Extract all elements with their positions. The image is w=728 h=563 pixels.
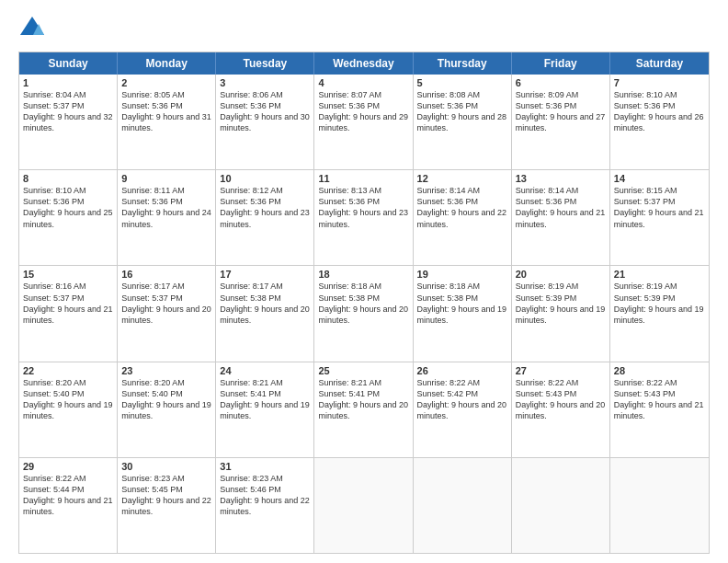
calendar-cell: 1 Sunrise: 8:04 AM Sunset: 5:37 PM Dayli… (19, 75, 118, 169)
calendar-cell (414, 458, 512, 553)
calendar-cell: 12 Sunrise: 8:14 AM Sunset: 5:36 PM Dayl… (414, 170, 512, 265)
calendar-header-cell: Sunday (19, 52, 118, 75)
calendar-cell: 26 Sunrise: 8:22 AM Sunset: 5:42 PM Dayl… (414, 362, 512, 457)
day-number: 18 (318, 269, 408, 280)
day-number: 20 (516, 269, 606, 280)
day-info: Sunrise: 8:22 AM Sunset: 5:43 PM Dayligh… (614, 377, 705, 422)
day-info: Sunrise: 8:22 AM Sunset: 5:43 PM Dayligh… (516, 377, 606, 422)
day-number: 30 (121, 461, 211, 472)
calendar-header-cell: Thursday (414, 52, 512, 75)
day-info: Sunrise: 8:16 AM Sunset: 5:37 PM Dayligh… (23, 281, 113, 326)
calendar-cell (512, 458, 610, 553)
calendar-header-cell: Saturday (610, 52, 709, 75)
day-info: Sunrise: 8:23 AM Sunset: 5:45 PM Dayligh… (121, 473, 211, 518)
calendar-cell: 15 Sunrise: 8:16 AM Sunset: 5:37 PM Dayl… (19, 266, 118, 361)
calendar-header: SundayMondayTuesdayWednesdayThursdayFrid… (19, 52, 709, 75)
calendar-cell: 10 Sunrise: 8:12 AM Sunset: 5:36 PM Dayl… (216, 170, 314, 265)
day-info: Sunrise: 8:08 AM Sunset: 5:36 PM Dayligh… (417, 89, 507, 134)
day-number: 25 (318, 365, 408, 376)
day-info: Sunrise: 8:19 AM Sunset: 5:39 PM Dayligh… (614, 281, 705, 326)
calendar-cell: 7 Sunrise: 8:10 AM Sunset: 5:36 PM Dayli… (610, 75, 709, 169)
calendar-cell (610, 458, 709, 553)
calendar-cell: 2 Sunrise: 8:05 AM Sunset: 5:36 PM Dayli… (118, 75, 216, 169)
page: SundayMondayTuesdayWednesdayThursdayFrid… (0, 0, 728, 563)
day-number: 9 (121, 173, 211, 184)
calendar: SundayMondayTuesdayWednesdayThursdayFrid… (18, 52, 710, 554)
calendar-cell: 30 Sunrise: 8:23 AM Sunset: 5:45 PM Dayl… (118, 458, 216, 553)
day-info: Sunrise: 8:21 AM Sunset: 5:41 PM Dayligh… (220, 377, 310, 422)
day-number: 31 (220, 461, 310, 472)
calendar-cell: 31 Sunrise: 8:23 AM Sunset: 5:46 PM Dayl… (216, 458, 314, 553)
day-number: 3 (220, 77, 310, 88)
calendar-cell: 3 Sunrise: 8:06 AM Sunset: 5:36 PM Dayli… (216, 75, 314, 169)
calendar-cell: 25 Sunrise: 8:21 AM Sunset: 5:41 PM Dayl… (314, 362, 413, 457)
calendar-header-cell: Friday (512, 52, 610, 75)
calendar-cell (314, 458, 413, 553)
day-info: Sunrise: 8:20 AM Sunset: 5:40 PM Dayligh… (23, 377, 113, 422)
calendar-cell: 11 Sunrise: 8:13 AM Sunset: 5:36 PM Dayl… (314, 170, 413, 265)
calendar-cell: 17 Sunrise: 8:17 AM Sunset: 5:38 PM Dayl… (216, 266, 314, 361)
day-info: Sunrise: 8:22 AM Sunset: 5:44 PM Dayligh… (23, 473, 113, 518)
calendar-cell: 14 Sunrise: 8:15 AM Sunset: 5:37 PM Dayl… (610, 170, 709, 265)
calendar-cell: 19 Sunrise: 8:18 AM Sunset: 5:38 PM Dayl… (414, 266, 512, 361)
calendar-header-cell: Tuesday (216, 52, 314, 75)
calendar-row: 29 Sunrise: 8:22 AM Sunset: 5:44 PM Dayl… (19, 457, 709, 553)
calendar-cell: 20 Sunrise: 8:19 AM Sunset: 5:39 PM Dayl… (512, 266, 610, 361)
day-number: 6 (516, 77, 606, 88)
calendar-cell: 9 Sunrise: 8:11 AM Sunset: 5:36 PM Dayli… (118, 170, 216, 265)
day-info: Sunrise: 8:04 AM Sunset: 5:37 PM Dayligh… (23, 89, 113, 134)
day-number: 23 (121, 365, 211, 376)
calendar-cell: 22 Sunrise: 8:20 AM Sunset: 5:40 PM Dayl… (19, 362, 118, 457)
calendar-cell: 6 Sunrise: 8:09 AM Sunset: 5:36 PM Dayli… (512, 75, 610, 169)
day-number: 24 (220, 365, 310, 376)
calendar-row: 15 Sunrise: 8:16 AM Sunset: 5:37 PM Dayl… (19, 265, 709, 361)
day-number: 8 (23, 173, 113, 184)
day-info: Sunrise: 8:12 AM Sunset: 5:36 PM Dayligh… (220, 185, 310, 230)
day-number: 7 (614, 77, 705, 88)
header (18, 15, 710, 42)
calendar-header-cell: Wednesday (314, 52, 413, 75)
day-number: 19 (417, 269, 507, 280)
day-info: Sunrise: 8:17 AM Sunset: 5:38 PM Dayligh… (220, 281, 310, 326)
calendar-row: 8 Sunrise: 8:10 AM Sunset: 5:36 PM Dayli… (19, 169, 709, 265)
day-number: 1 (23, 77, 113, 88)
day-number: 21 (614, 269, 705, 280)
calendar-row: 1 Sunrise: 8:04 AM Sunset: 5:37 PM Dayli… (19, 75, 709, 169)
day-info: Sunrise: 8:19 AM Sunset: 5:39 PM Dayligh… (516, 281, 606, 326)
day-number: 12 (417, 173, 507, 184)
calendar-cell: 4 Sunrise: 8:07 AM Sunset: 5:36 PM Dayli… (314, 75, 413, 169)
calendar-row: 22 Sunrise: 8:20 AM Sunset: 5:40 PM Dayl… (19, 362, 709, 457)
day-number: 15 (23, 269, 113, 280)
day-number: 28 (614, 365, 705, 376)
day-info: Sunrise: 8:23 AM Sunset: 5:46 PM Dayligh… (220, 473, 310, 518)
calendar-cell: 27 Sunrise: 8:22 AM Sunset: 5:43 PM Dayl… (512, 362, 610, 457)
day-info: Sunrise: 8:13 AM Sunset: 5:36 PM Dayligh… (318, 185, 408, 230)
day-info: Sunrise: 8:14 AM Sunset: 5:36 PM Dayligh… (417, 185, 507, 230)
day-info: Sunrise: 8:07 AM Sunset: 5:36 PM Dayligh… (318, 89, 408, 134)
day-info: Sunrise: 8:10 AM Sunset: 5:36 PM Dayligh… (614, 89, 705, 134)
logo-icon (18, 15, 46, 42)
day-info: Sunrise: 8:20 AM Sunset: 5:40 PM Dayligh… (121, 377, 211, 422)
day-number: 17 (220, 269, 310, 280)
day-info: Sunrise: 8:14 AM Sunset: 5:36 PM Dayligh… (516, 185, 606, 230)
day-number: 27 (516, 365, 606, 376)
day-number: 22 (23, 365, 113, 376)
day-info: Sunrise: 8:15 AM Sunset: 5:37 PM Dayligh… (614, 185, 705, 230)
calendar-cell: 8 Sunrise: 8:10 AM Sunset: 5:36 PM Dayli… (19, 170, 118, 265)
calendar-cell: 16 Sunrise: 8:17 AM Sunset: 5:37 PM Dayl… (118, 266, 216, 361)
calendar-cell: 5 Sunrise: 8:08 AM Sunset: 5:36 PM Dayli… (414, 75, 512, 169)
calendar-cell: 29 Sunrise: 8:22 AM Sunset: 5:44 PM Dayl… (19, 458, 118, 553)
calendar-cell: 28 Sunrise: 8:22 AM Sunset: 5:43 PM Dayl… (610, 362, 709, 457)
day-info: Sunrise: 8:11 AM Sunset: 5:36 PM Dayligh… (121, 185, 211, 230)
day-info: Sunrise: 8:10 AM Sunset: 5:36 PM Dayligh… (23, 185, 113, 230)
day-number: 2 (121, 77, 211, 88)
logo (18, 15, 50, 42)
day-number: 5 (417, 77, 507, 88)
day-info: Sunrise: 8:22 AM Sunset: 5:42 PM Dayligh… (417, 377, 507, 422)
calendar-cell: 24 Sunrise: 8:21 AM Sunset: 5:41 PM Dayl… (216, 362, 314, 457)
day-info: Sunrise: 8:21 AM Sunset: 5:41 PM Dayligh… (318, 377, 408, 422)
calendar-cell: 13 Sunrise: 8:14 AM Sunset: 5:36 PM Dayl… (512, 170, 610, 265)
day-number: 13 (516, 173, 606, 184)
day-number: 10 (220, 173, 310, 184)
day-number: 4 (318, 77, 408, 88)
